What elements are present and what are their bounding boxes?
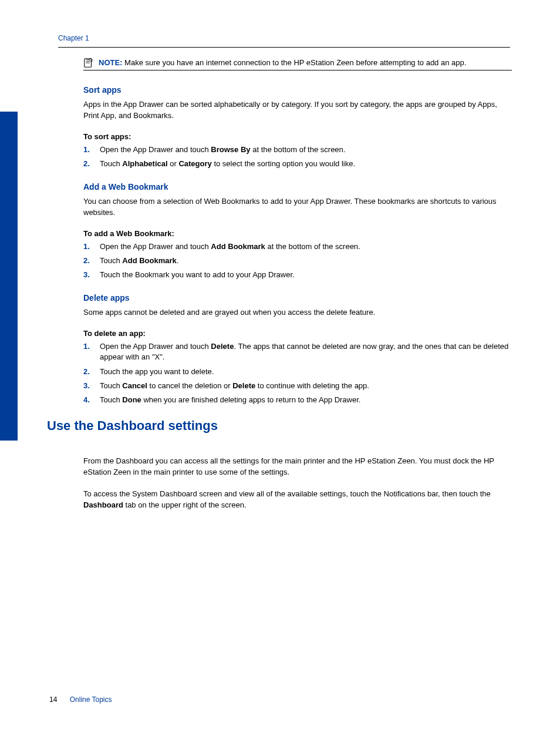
paragraph: Some apps cannot be deleted and are gray…	[83, 307, 511, 318]
page-number: 14	[49, 695, 57, 704]
heading-delete-apps: Delete apps	[83, 293, 511, 303]
note-callout: NOTE: Make sure you have an internet con…	[83, 58, 512, 68]
steps-list: Open the App Drawer and touch Browse By …	[83, 145, 511, 169]
chapter-header: Chapter 1	[58, 34, 89, 42]
sidebar-tab	[0, 112, 18, 441]
note-icon	[83, 58, 94, 68]
page-footer: 14 Online Topics	[49, 695, 112, 704]
steps-title: To delete an app:	[83, 329, 511, 338]
paragraph: You can choose from a selection of Web B…	[83, 196, 511, 219]
step: Touch Cancel to cancel the deletion or D…	[83, 381, 511, 391]
heading-add-bookmark: Add a Web Bookmark	[83, 182, 511, 191]
note-rule	[83, 70, 512, 70]
step: Open the App Drawer and touch Delete. Th…	[83, 341, 511, 362]
step: Touch the app you want to delete.	[83, 367, 511, 377]
step: Touch the Bookmark you want to add to yo…	[83, 270, 511, 280]
steps-title: To sort apps:	[83, 132, 511, 141]
steps-list: Open the App Drawer and touch Delete. Th…	[83, 341, 511, 405]
step: Open the App Drawer and touch Add Bookma…	[83, 241, 511, 252]
paragraph: From the Dashboard you can access all th…	[83, 456, 511, 478]
paragraph: Apps in the App Drawer can be sorted alp…	[83, 99, 511, 122]
heading-use-dashboard: Use the Dashboard settings	[47, 418, 511, 434]
steps-list: Open the App Drawer and touch Add Bookma…	[83, 241, 511, 281]
note-label: NOTE:	[99, 58, 122, 67]
step: Touch Done when you are finished deletin…	[83, 395, 511, 405]
footer-title: Online Topics	[70, 695, 112, 704]
step: Touch Add Bookmark.	[83, 256, 511, 266]
step: Touch Alphabetical or Category to select…	[83, 159, 511, 169]
note-text: Make sure you have an internet connectio…	[124, 58, 466, 67]
heading-sort-apps: Sort apps	[83, 85, 511, 95]
steps-title: To add a Web Bookmark:	[83, 229, 511, 238]
header-rule	[58, 47, 510, 48]
paragraph: To access the System Dashboard screen an…	[83, 489, 511, 511]
sidebar-tab-label: Online Topics	[21, 211, 28, 254]
step: Open the App Drawer and touch Browse By …	[83, 145, 511, 155]
